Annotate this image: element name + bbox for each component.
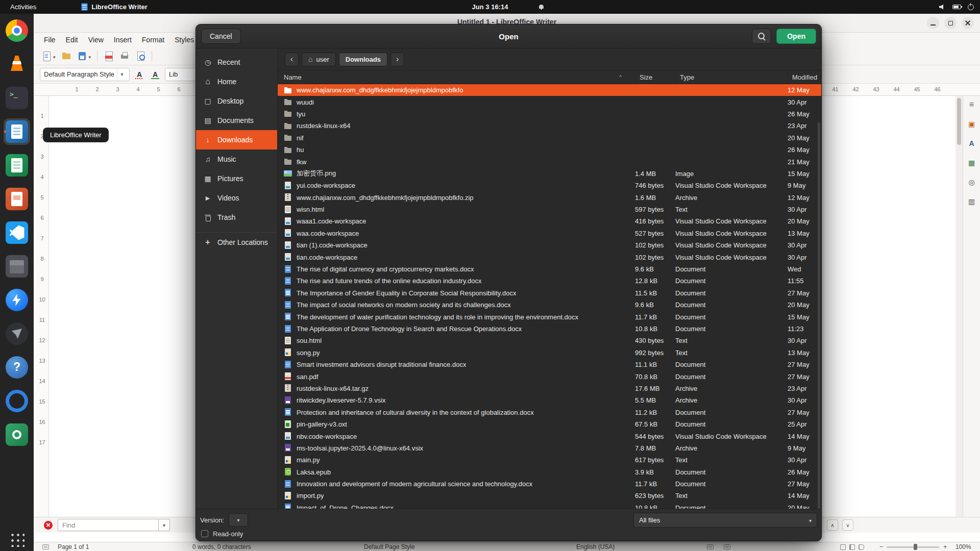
zoom-level[interactable]: 100% [955, 543, 971, 550]
new-document-button[interactable] [40, 49, 57, 63]
focused-app-indicator[interactable]: LibreOffice Writer [81, 3, 148, 11]
spellcheck-button[interactable]: A [133, 68, 145, 81]
sidebar-place-item[interactable]: Home [196, 72, 277, 91]
maximize-button[interactable] [944, 17, 957, 29]
clone-formatting-button[interactable]: A [149, 68, 161, 81]
sidebar-place-item[interactable]: Pictures [196, 169, 277, 188]
sidebar-place-item[interactable]: Trash [196, 208, 277, 227]
zoom-out-button[interactable]: − [879, 543, 884, 550]
sidebar-panel-icon[interactable] [966, 138, 977, 149]
sidebar-panel-icon[interactable] [966, 196, 977, 207]
column-header-name[interactable]: Name [284, 73, 635, 81]
minimize-button[interactable] [927, 17, 939, 29]
file-row[interactable]: san.pdf 70.8 kB Document 27 May [278, 370, 821, 382]
book-view-icon[interactable] [859, 544, 864, 550]
menu-item[interactable]: File [39, 34, 61, 45]
file-row[interactable]: waa.code-workspace 527 bytes Visual Stud… [278, 228, 821, 239]
file-row[interactable]: The rise and future trends of the online… [278, 275, 821, 287]
sidebar-place-item[interactable]: Downloads [196, 130, 277, 149]
document-scrollbar[interactable] [955, 96, 963, 517]
sidebar-place-item[interactable]: Desktop [196, 91, 277, 111]
file-row[interactable]: rustdesk-linux-x64.tar.gz 17.6 MB Archiv… [278, 383, 821, 394]
scrollbar-handle[interactable] [957, 98, 961, 145]
zoom-in-button[interactable]: + [943, 543, 947, 550]
sidebar-place-item[interactable]: Other Locations [196, 232, 277, 252]
file-row[interactable]: 加密货币.png 1.4 MB Image 15 May [278, 168, 821, 180]
dock-item[interactable] [4, 186, 30, 212]
zoom-slider[interactable] [887, 546, 939, 548]
selection-mode-icon[interactable] [42, 544, 49, 549]
multi-page-view-icon[interactable] [849, 544, 855, 550]
dock-item[interactable] [4, 253, 30, 280]
column-header-type[interactable]: Type [675, 70, 788, 84]
zoom-slider-handle[interactable] [914, 544, 917, 550]
file-row[interactable]: www.chajianxw.com_dhdgffkkebhmkfjojejmpb… [278, 192, 821, 204]
file-row[interactable]: waaa1.code-workspace 416 bytes Visual St… [278, 215, 821, 227]
file-row[interactable]: ms-toolsai.jupyter-2025.4.0@linux-x64.vs… [278, 442, 821, 454]
sidebar-place-item[interactable]: Recent [196, 53, 277, 72]
close-button[interactable] [962, 17, 974, 29]
export-pdf-button[interactable] [102, 49, 115, 63]
dock-item[interactable] [4, 388, 30, 414]
file-row[interactable]: Impact_of_Drone_Changes.docx 10.8 kB Doc… [278, 502, 821, 509]
file-row[interactable]: nbv.code-workspace 544 bytes Visual Stud… [278, 430, 821, 442]
path-back-button[interactable] [285, 53, 299, 66]
dock-item[interactable] [4, 118, 30, 145]
word-count[interactable]: 0 words, 0 characters [192, 543, 251, 550]
system-tray[interactable] [939, 4, 974, 10]
file-row[interactable]: yui.code-workspace 746 bytes Visual Stud… [278, 180, 821, 191]
selection-icon[interactable] [724, 544, 730, 549]
dock-item[interactable] [4, 287, 30, 313]
find-input[interactable] [58, 519, 159, 531]
sidebar-panel-icon[interactable] [966, 99, 977, 110]
language-selector[interactable]: English (USA) [576, 543, 615, 550]
menu-item[interactable]: Insert [109, 34, 137, 45]
column-header-size[interactable]: Size [635, 70, 675, 84]
file-row[interactable]: www.chajianxw.com_dhdgffkkebhmkfjojejmpb… [278, 84, 821, 96]
file-row[interactable]: tian.code-workspace 102 bytes Visual Stu… [278, 251, 821, 263]
open-button[interactable]: Open [776, 29, 816, 44]
paragraph-style-combo[interactable]: Default Paragraph Style [40, 68, 130, 81]
read-only-checkbox[interactable] [201, 530, 208, 537]
file-row[interactable]: pin-gallery-v3.oxt 67.5 kB Document 25 A… [278, 418, 821, 430]
menu-item[interactable]: View [83, 34, 109, 45]
print-preview-button[interactable] [134, 49, 147, 63]
sidebar-place-item[interactable]: Documents [196, 111, 277, 130]
file-row[interactable]: ritwickdey.liveserver-5.7.9.vsix 5.5 MB … [278, 394, 821, 406]
file-row[interactable]: tyu 26 May [278, 108, 821, 120]
file-row[interactable]: Laksa.epub 3.9 kB Document 26 May [278, 466, 821, 478]
find-dropdown[interactable] [159, 519, 170, 531]
save-button[interactable] [76, 49, 93, 63]
clock[interactable]: Jun 3 16:14 [472, 3, 508, 11]
dock-item[interactable] [4, 421, 30, 448]
file-row[interactable]: main.py 617 bytes Text 30 Apr [278, 454, 821, 466]
menu-item[interactable]: Styles [169, 34, 199, 45]
path-forward-button[interactable] [390, 53, 404, 66]
dock-item[interactable] [4, 219, 30, 246]
dock-item[interactable] [4, 85, 30, 111]
single-page-view-icon[interactable] [840, 544, 846, 550]
file-row[interactable]: The development of water purification te… [278, 311, 821, 322]
file-row[interactable]: Innovation and development of modern agr… [278, 478, 821, 490]
print-button[interactable] [118, 49, 131, 63]
file-row[interactable]: rustdesk-linux-x64 23 Apr [278, 120, 821, 132]
sidebar-place-item[interactable]: Videos [196, 188, 277, 208]
sidebar-place-item[interactable]: Music [196, 149, 277, 169]
file-row[interactable]: tian (1).code-workspace 102 bytes Visual… [278, 239, 821, 251]
file-row[interactable]: The impact of social networks on modern … [278, 299, 821, 311]
file-row[interactable]: song.py 992 bytes Text 13 May [278, 347, 821, 359]
open-button[interactable] [60, 49, 73, 63]
show-applications-button[interactable] [9, 532, 24, 547]
path-segment-home[interactable]: user [302, 53, 336, 66]
activities-button[interactable]: Activities [7, 2, 39, 12]
file-row[interactable]: Smart investment advisors disrupt tradit… [278, 359, 821, 370]
find-previous-button[interactable] [827, 519, 838, 531]
cancel-button[interactable]: Cancel [201, 29, 241, 44]
close-find-icon[interactable] [44, 521, 53, 530]
search-button[interactable] [752, 29, 771, 44]
file-row[interactable]: nif 20 May [278, 132, 821, 144]
file-row[interactable]: hu 26 May [278, 144, 821, 156]
menu-item[interactable]: Format [137, 34, 169, 45]
file-row[interactable]: fkw 21 May [278, 156, 821, 167]
path-segment-current[interactable]: Downloads [339, 53, 387, 66]
